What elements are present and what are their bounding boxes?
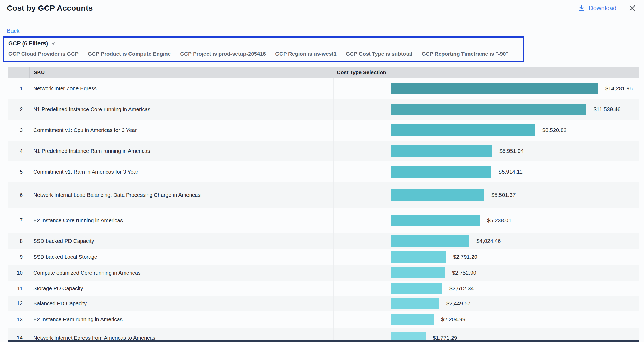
sku-label: N1 Predefined Instance Core running in A… [29, 99, 334, 120]
filter-chip[interactable]: GCP Product is Compute Engine [88, 51, 171, 57]
cost-value: $11,539.46 [594, 106, 621, 112]
sku-label: Compute optimized Core running in Americ… [29, 265, 334, 281]
cost-bar[interactable] [391, 124, 535, 136]
cost-bar[interactable] [391, 83, 598, 94]
cost-value: $8,520.82 [542, 127, 566, 133]
table-row[interactable]: 13E2 Instance Ram running in Americas$2,… [8, 311, 639, 328]
bar-cell: $2,752.90 [334, 265, 639, 281]
cost-value: $5,238.01 [487, 217, 511, 224]
cost-bar[interactable] [391, 283, 442, 294]
top-bar: Cost by GCP Accounts Download [0, 0, 644, 12]
bottom-edge-line [8, 340, 639, 342]
table-row[interactable]: 6Network Internal Load Balancing: Data P… [8, 182, 639, 208]
row-number: 13 [8, 311, 29, 328]
row-number: 8 [8, 233, 29, 249]
download-icon [578, 4, 585, 12]
bar-cell: $5,501.37 [334, 182, 639, 208]
table-row[interactable]: 12Balanced PD Capacity$2,449.57 [8, 296, 639, 311]
cost-bar[interactable] [391, 314, 434, 325]
cost-value: $4,024.46 [476, 238, 501, 244]
filter-chip[interactable]: GCP Region is us-west1 [275, 51, 336, 57]
bar-cell: $14,281.96 [334, 78, 639, 99]
table-row[interactable]: 3Commitment v1: Cpu in Americas for 3 Ye… [8, 120, 639, 141]
row-number: 12 [8, 296, 29, 311]
back-link[interactable]: Back [7, 28, 20, 34]
filter-chip[interactable]: GCP Reporting Timeframe is "-90" [422, 51, 508, 57]
row-number: 1 [8, 78, 29, 99]
table-row[interactable]: 5Commitment v1: Ram in Americas for 3 Ye… [8, 161, 639, 182]
table-header-row: SKU Cost Type Selection [8, 67, 639, 78]
filter-chip-list: GCP Cloud Provider is GCPGCP Product is … [8, 51, 523, 57]
sku-label: Network Internet Egress from Americas to… [29, 328, 334, 342]
table-row[interactable]: 10Compute optimized Core running in Amer… [8, 265, 639, 281]
cost-value: $5,501.37 [491, 192, 516, 198]
filter-panel: GCP (6 Filters) GCP Cloud Provider is GC… [3, 36, 524, 62]
bar-cell: $2,612.34 [334, 281, 639, 296]
cost-bar[interactable] [391, 235, 469, 247]
chevron-down-icon [51, 41, 56, 46]
row-number: 10 [8, 265, 29, 281]
cost-value: $2,791.20 [453, 254, 477, 260]
filter-chip[interactable]: GCP Cloud Provider is GCP [8, 51, 79, 57]
table-row[interactable]: 4N1 Predefined Instance Ram running in A… [8, 141, 639, 161]
bar-cell: $11,539.46 [334, 99, 639, 120]
download-label: Download [589, 4, 616, 12]
cost-value: $14,281.96 [605, 85, 633, 92]
cost-bar[interactable] [391, 251, 446, 263]
cost-bar[interactable] [391, 145, 492, 157]
cost-bar[interactable] [391, 166, 491, 178]
row-number: 6 [8, 182, 29, 208]
table-row[interactable]: 11Storage PD Capacity$2,612.34 [8, 281, 639, 296]
sku-label: Network Inter Zone Egress [29, 78, 334, 99]
cost-bar[interactable] [391, 267, 445, 278]
cost-bar[interactable] [391, 215, 480, 226]
filter-dropdown[interactable]: GCP (6 Filters) [8, 40, 56, 47]
table-row[interactable]: 1Network Inter Zone Egress$14,281.96 [8, 78, 639, 99]
page-title: Cost by GCP Accounts [7, 4, 93, 12]
bar-cell: $2,204.99 [334, 311, 639, 328]
filter-chip[interactable]: GCP Project is prod-setup-205416 [180, 51, 266, 57]
sku-label: N1 Predefined Instance Ram running in Am… [29, 141, 334, 161]
cost-value: $5,914.11 [499, 169, 523, 175]
bar-cell: $8,520.82 [334, 120, 639, 141]
sku-label: Storage PD Capacity [29, 281, 334, 296]
cost-value: $2,449.57 [446, 300, 471, 307]
cost-value: $2,204.99 [441, 316, 465, 322]
download-button[interactable]: Download [578, 4, 616, 12]
sku-label: Balanced PD Capacity [29, 296, 334, 311]
cost-value: $2,612.34 [449, 285, 474, 292]
sku-label: SSD backed Local Storage [29, 249, 334, 265]
row-number: 3 [8, 120, 29, 141]
sku-label: SSD backed PD Capacity [29, 233, 334, 249]
sku-label: Network Internal Load Balancing: Data Pr… [29, 182, 334, 208]
table-row[interactable]: 2N1 Predefined Instance Core running in … [8, 99, 639, 120]
table-row[interactable]: 7E2 Instance Core running in Americas$5,… [8, 208, 639, 233]
sku-label: Commitment v1: Ram in Americas for 3 Yea… [29, 161, 334, 182]
row-number: 2 [8, 99, 29, 120]
row-number: 7 [8, 208, 29, 233]
bar-cell: $5,914.11 [334, 161, 639, 182]
cost-value: $2,752.90 [452, 270, 476, 276]
table-row[interactable]: 9SSD backed Local Storage$2,791.20 [8, 249, 639, 265]
row-number: 11 [8, 281, 29, 296]
cost-bar[interactable] [391, 189, 484, 201]
filter-chip[interactable]: GCP Cost Type is subtotal [346, 51, 413, 57]
cost-bar[interactable] [391, 104, 586, 115]
row-number-column-header [8, 67, 30, 78]
row-number: 9 [8, 249, 29, 265]
cost-table: SKU Cost Type Selection 1Network Inter Z… [8, 67, 639, 342]
table-row[interactable]: 14Network Internet Egress from Americas … [8, 328, 639, 342]
cost-value: $1,771.29 [433, 335, 457, 341]
cost-value: $5,951.04 [499, 148, 524, 154]
sku-label: Commitment v1: Cpu in Americas for 3 Yea… [29, 120, 334, 141]
sku-label: E2 Instance Ram running in Americas [29, 311, 334, 328]
table-row[interactable]: 8SSD backed PD Capacity$4,024.46 [8, 233, 639, 249]
bar-cell: $2,449.57 [334, 296, 639, 311]
bar-cell: $2,791.20 [334, 249, 639, 265]
close-icon[interactable] [628, 4, 636, 12]
cost-bar[interactable] [391, 298, 439, 309]
row-number: 14 [8, 328, 29, 342]
row-number: 4 [8, 141, 29, 161]
bar-cell: $5,951.04 [334, 141, 639, 161]
bar-cell: $4,024.46 [334, 233, 639, 249]
